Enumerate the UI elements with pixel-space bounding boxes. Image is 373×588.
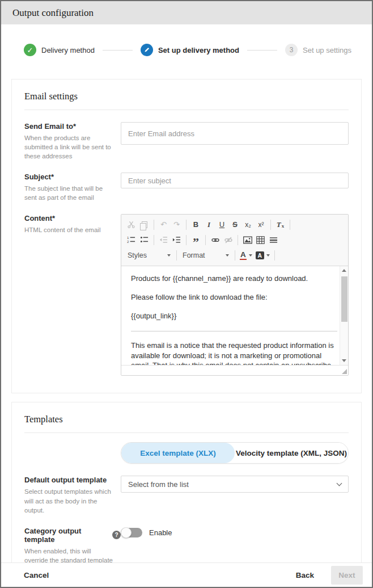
editor-horizontal-rule xyxy=(131,331,337,331)
chevron-down-icon xyxy=(167,254,171,257)
remove-format-main: T xyxy=(277,220,281,229)
field-label-block: Default output template Select output te… xyxy=(24,476,121,514)
styles-dropdown-label: Styles xyxy=(128,251,147,259)
step-label: Set up delivery method xyxy=(158,46,239,54)
toolbar-row-3: Styles Format A xyxy=(125,247,345,263)
field-label: Content* xyxy=(24,214,121,222)
step-label: Delivery method xyxy=(41,46,95,54)
field-help: The subject line that will be sent as pa… xyxy=(24,184,121,202)
bold-button[interactable]: B xyxy=(189,218,202,231)
toolbar-separator xyxy=(154,220,154,230)
editor-body[interactable]: Products for {{channel_name}} are ready … xyxy=(121,266,348,365)
subject-input[interactable] xyxy=(121,173,349,188)
background-color-button[interactable]: A xyxy=(254,249,272,262)
field-label: Category output template xyxy=(24,527,107,544)
editor-paragraph: {{output_link}} xyxy=(131,311,337,321)
email-address-input[interactable] xyxy=(121,122,349,145)
dialog-title: Output configuration xyxy=(12,7,94,19)
default-output-template-select[interactable]: Select from the list xyxy=(121,476,349,493)
subject-row: Subject* The subject line that will be s… xyxy=(24,173,349,202)
editor-footer xyxy=(121,365,348,375)
step-setup-delivery-method[interactable]: Set up delivery method xyxy=(141,44,239,56)
background-color-label: A xyxy=(256,251,264,259)
field-label-block: Content* HTML content of the email xyxy=(24,214,121,234)
unlink-icon[interactable] xyxy=(222,233,235,246)
select-value: Select from the list xyxy=(128,480,189,489)
field-label-block: Subject* The subject line that will be s… xyxy=(24,173,121,202)
decrease-indent-icon[interactable] xyxy=(157,233,170,246)
toggle-label: Enable xyxy=(149,528,172,537)
numbered-list-icon[interactable]: 12 xyxy=(125,233,138,246)
chevron-down-icon xyxy=(266,254,270,257)
tab-velocity-template[interactable]: Velocity template (XML, JSON) xyxy=(235,443,348,463)
link-icon[interactable] xyxy=(209,233,222,246)
section-heading: Templates xyxy=(24,414,349,425)
stepper-connector xyxy=(103,50,133,51)
category-template-toggle-row: Enable xyxy=(121,527,349,537)
editor-content[interactable]: Products for {{channel_name}} are ready … xyxy=(121,266,340,365)
styles-dropdown[interactable]: Styles xyxy=(125,249,173,262)
back-button[interactable]: Back xyxy=(296,571,314,579)
bulleted-list-icon[interactable] xyxy=(138,233,151,246)
dialog-titlebar: Output configuration xyxy=(1,1,372,24)
editor-scrollbar[interactable] xyxy=(340,266,348,365)
toolbar-separator xyxy=(270,220,271,230)
subscript-button[interactable]: x₂ xyxy=(241,218,255,231)
email-settings-section: Email settings Send Email to* When the p… xyxy=(11,79,362,393)
text-color-button[interactable]: A xyxy=(238,249,254,262)
text-color-label: A xyxy=(240,250,247,260)
table-icon[interactable] xyxy=(254,233,267,246)
field-help: HTML content of the email xyxy=(24,225,121,234)
underline-button[interactable]: U xyxy=(215,218,228,231)
image-icon[interactable] xyxy=(241,233,254,246)
pencil-icon xyxy=(141,44,153,56)
toolbar-separator xyxy=(274,250,275,261)
editor-toolbar: ↶ ↷ B I U S x₂ x² Tx xyxy=(121,215,348,266)
editor-paragraph: Products for {{channel_name}} are ready … xyxy=(131,274,337,284)
toolbar-row-2: 12 ” xyxy=(125,232,345,247)
step-label: Set up settings xyxy=(303,46,351,54)
chevron-down-icon xyxy=(337,481,342,486)
toolbar-separator xyxy=(186,235,186,245)
send-email-to-row: Send Email to* When the products are sub… xyxy=(24,122,349,161)
step-delivery-method[interactable]: ✓ Delivery method xyxy=(24,44,95,56)
scrollbar-thumb[interactable] xyxy=(341,276,347,322)
increase-indent-icon[interactable] xyxy=(170,233,183,246)
toolbar-row-1: ↶ ↷ B I U S x₂ x² Tx xyxy=(125,217,345,232)
scroll-up-icon[interactable] xyxy=(342,269,346,272)
tabs-spacer xyxy=(24,442,121,464)
toolbar-separator xyxy=(238,235,238,245)
format-dropdown[interactable]: Format xyxy=(180,249,232,262)
scroll-down-icon[interactable] xyxy=(342,359,346,362)
italic-button[interactable]: I xyxy=(202,218,215,231)
blockquote-icon[interactable]: ” xyxy=(189,233,202,246)
strikethrough-button[interactable]: S xyxy=(228,218,241,231)
toolbar-separator xyxy=(154,235,154,245)
cancel-button[interactable]: Cancel xyxy=(24,571,49,579)
superscript-button[interactable]: x² xyxy=(255,218,268,231)
next-button[interactable]: Next xyxy=(331,566,363,585)
redo-icon[interactable]: ↷ xyxy=(170,218,183,231)
section-heading: Email settings xyxy=(24,91,349,102)
resize-handle-icon[interactable] xyxy=(342,369,347,374)
cut-icon[interactable] xyxy=(125,218,138,231)
step-number: 3 xyxy=(285,44,298,56)
field-label-block: Send Email to* When the products are sub… xyxy=(24,122,121,161)
editor-paragraph: Please follow the link to download the f… xyxy=(131,292,337,303)
horizontal-rule-icon[interactable] xyxy=(267,233,280,246)
remove-format-button[interactable]: Tx xyxy=(274,218,287,231)
toggle-knob xyxy=(121,527,132,538)
wizard-stepper: ✓ Delivery method Set up delivery method… xyxy=(24,44,351,56)
enable-toggle[interactable] xyxy=(121,528,142,537)
html-content-editor: ↶ ↷ B I U S x₂ x² Tx xyxy=(121,214,349,376)
check-icon: ✓ xyxy=(24,44,36,56)
default-output-template-row: Default output template Select output te… xyxy=(24,476,349,514)
undo-icon[interactable]: ↶ xyxy=(157,218,170,231)
tab-excel-template[interactable]: Excel template (XLX) xyxy=(121,443,235,463)
help-icon[interactable]: ? xyxy=(112,531,121,539)
copy-icon[interactable] xyxy=(138,218,151,231)
content-row: Content* HTML content of the email ↶ ↷ xyxy=(24,214,349,376)
dialog-footer: Cancel Back Next xyxy=(1,562,372,587)
toolbar-separator xyxy=(186,220,186,230)
templates-section: Templates Excel template (XLX) Velocity … xyxy=(11,402,362,588)
